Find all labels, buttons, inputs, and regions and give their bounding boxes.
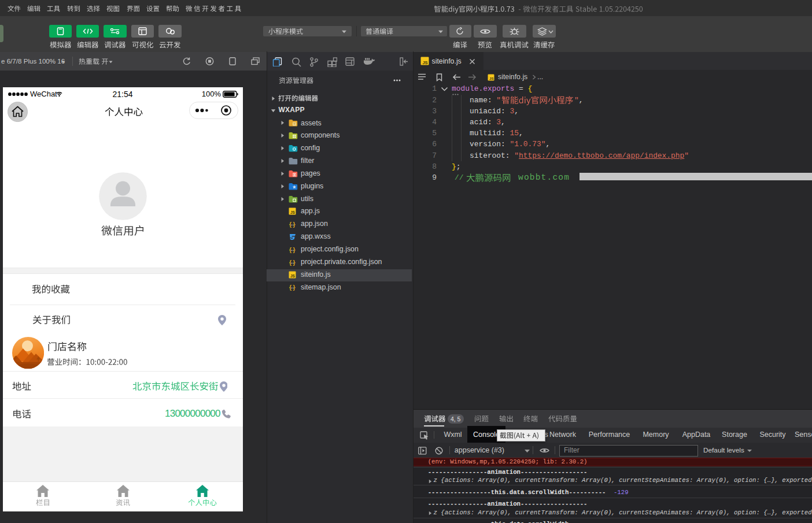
svg-text:JS: JS — [290, 210, 296, 214]
svg-text:{: { — [289, 284, 291, 291]
svg-text:JS: JS — [290, 274, 296, 278]
svg-text:{: { — [289, 221, 291, 228]
svg-text:JS: JS — [422, 60, 427, 65]
svg-text:}: } — [293, 246, 295, 253]
svg-text:}: } — [293, 284, 295, 291]
svg-text:{: { — [289, 258, 291, 265]
svg-text:{: { — [289, 246, 291, 253]
svg-text:}: } — [293, 258, 295, 265]
svg-text:JS: JS — [489, 77, 493, 80]
svg-text:}: } — [293, 221, 295, 228]
